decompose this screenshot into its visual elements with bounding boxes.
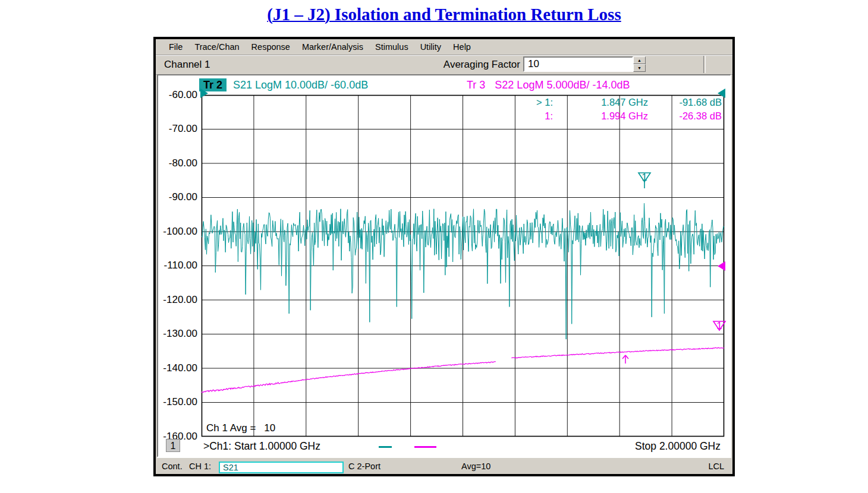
- y-tick-label: -140.00: [158, 362, 197, 374]
- y-tick-label: -90.00: [158, 191, 197, 203]
- spin-down-icon[interactable]: ▼: [633, 64, 646, 72]
- averaging-factor-label: Averaging Factor: [411, 59, 520, 71]
- y-tick-label: -130.00: [158, 328, 197, 340]
- menu-response[interactable]: Response: [246, 42, 296, 52]
- marker1-tr3-triangle-icon: [713, 321, 726, 331]
- display-area: Tr 2 S21 LogM 10.00dB/ -60.0dB Tr 3 S22 …: [157, 74, 731, 457]
- tr3-legend-dash-icon: [414, 446, 436, 448]
- trace3-info: S22 LogM 5.000dB/ -14.0dB: [495, 78, 630, 91]
- marker1-tr3-freq: 1.994 GHz: [553, 109, 648, 123]
- graticule: -60.00 -70.00 -80.00 -90.00 -100.00 -110…: [202, 95, 724, 437]
- y-tick-label: -70.00: [158, 123, 197, 135]
- y-tick-label: -120.00: [158, 294, 197, 306]
- y-tick-label: -100.00: [158, 226, 197, 238]
- trace-plot: [202, 95, 724, 437]
- marker1-tr2-freq: 1.847 GHz: [553, 96, 648, 109]
- tr2-ref-arrow-left: [200, 89, 208, 98]
- menu-marker-analysis[interactable]: Marker/Analysis: [296, 42, 369, 52]
- marker1-tr2-value: -91.68 dB: [648, 96, 722, 109]
- menu-help[interactable]: Help: [447, 42, 477, 52]
- marker1-tr2[interactable]: 1: [638, 172, 651, 183]
- status-bar: Cont. CH 1: S21 C 2-Port Avg=10 LCL: [157, 457, 731, 475]
- tr2-legend-dash-icon: [379, 446, 392, 448]
- pna-window: File Trace/Chan Response Marker/Analysis…: [153, 37, 735, 476]
- averaging-factor-input[interactable]: [523, 56, 633, 72]
- y-tick-label: -60.00: [158, 89, 197, 101]
- y-tick-label: -80.00: [158, 157, 197, 169]
- trace3-button[interactable]: Tr 3: [467, 78, 485, 91]
- marker1-tr3-value: -26.38 dB: [648, 109, 722, 123]
- menu-trace-chan[interactable]: Trace/Chan: [188, 42, 245, 52]
- channel-toolbar: Channel 1 Averaging Factor ▲ ▼: [156, 55, 732, 75]
- menu-file[interactable]: File: [163, 42, 188, 52]
- tr3-ref-arrow-right: [718, 261, 725, 271]
- trace-status-line: Tr 2 S21 LogM 10.00dB/ -60.0dB Tr 3 S22 …: [158, 78, 730, 93]
- channel-label: Channel 1: [164, 59, 210, 71]
- toolbar-separator: [703, 56, 706, 73]
- status-correction: C 2-Port: [348, 462, 380, 471]
- averaging-spinner: ▲ ▼: [633, 56, 646, 72]
- trace2-info: S21 LogM 10.00dB/ -60.0dB: [233, 78, 368, 91]
- page-title: (J1 – J2) Isolation and Termination Retu…: [153, 5, 735, 24]
- page: { "doc_title": "(J1 – J2) Isolation and …: [0, 0, 868, 493]
- start-frequency-label: >Ch1: Start 1.00000 GHz: [203, 440, 320, 453]
- menu-utility[interactable]: Utility: [414, 42, 447, 52]
- status-averaging: Avg=10: [461, 462, 490, 471]
- avg-label: Ch 1 Avg =: [206, 422, 256, 434]
- y-tick-label: -110.00: [158, 260, 197, 271]
- marker-readout: > 1: 1.847 GHz -91.68 dB 1: 1.994 GHz -2…: [499, 96, 722, 123]
- status-measurement-box[interactable]: S21: [219, 462, 344, 473]
- menu-stimulus[interactable]: Stimulus: [369, 42, 414, 52]
- marker1-tr2-label: > 1:: [499, 96, 553, 109]
- menu-bar: File Trace/Chan Response Marker/Analysis…: [156, 39, 732, 55]
- status-lcl: LCL: [708, 462, 724, 471]
- averaging-annotation: Ch 1 Avg = 10: [206, 422, 275, 434]
- status-continuous: Cont.: [162, 462, 183, 471]
- trace3-status: Tr 3 S22 LogM 5.000dB/ -14.0dB: [467, 78, 630, 91]
- trace-number-button[interactable]: 1: [166, 439, 180, 452]
- marker1-tr3-label: 1:: [499, 109, 553, 123]
- marker1-tr3[interactable]: 1: [713, 321, 726, 331]
- tr3-up-arrow-icon: [621, 353, 630, 365]
- y-tick-label: -150.00: [158, 396, 197, 408]
- stop-frequency-label: Stop 2.00000 GHz: [635, 440, 721, 453]
- avg-value: 10: [264, 422, 275, 434]
- marker1-tr2-triangle-icon: [638, 172, 651, 189]
- spin-up-icon[interactable]: ▲: [633, 56, 646, 64]
- status-channel-label: CH 1:: [189, 462, 211, 471]
